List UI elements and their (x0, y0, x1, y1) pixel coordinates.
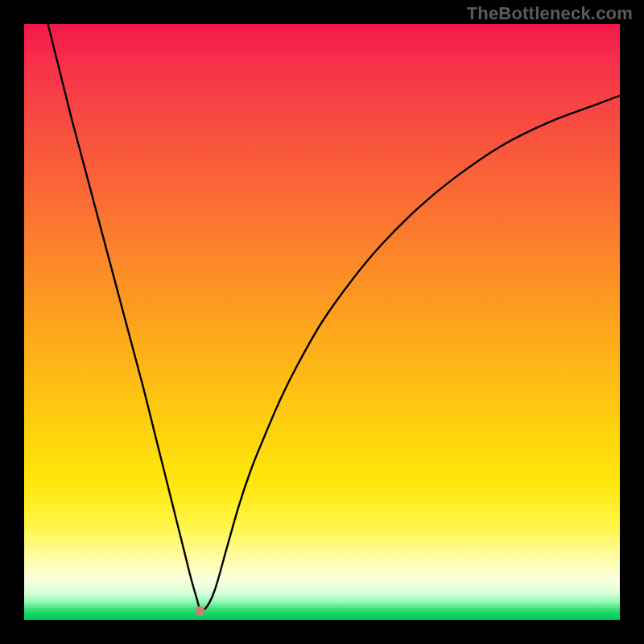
plot-area (24, 24, 620, 620)
marker-dot (195, 606, 204, 616)
chart-frame: TheBottleneck.com (0, 0, 644, 644)
watermark-text: TheBottleneck.com (467, 3, 633, 24)
curve-layer (24, 24, 620, 620)
bottleneck-curve (48, 24, 620, 609)
